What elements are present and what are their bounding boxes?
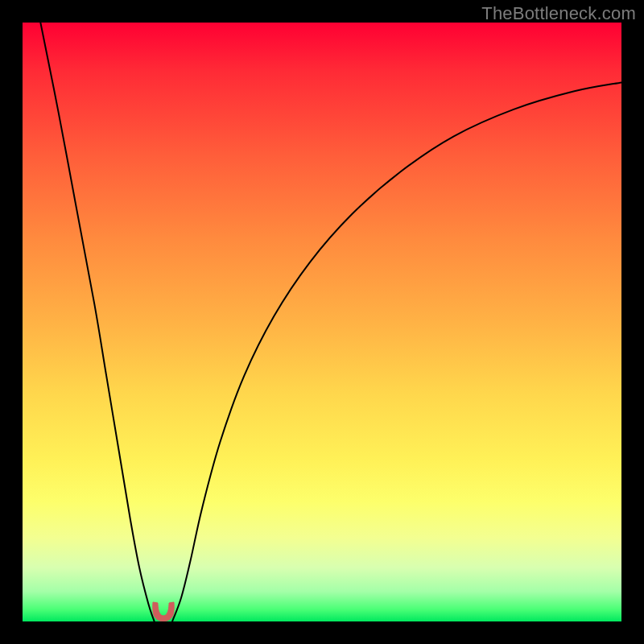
chart-canvas: TheBottleneck.com — [0, 0, 644, 644]
curve-left-branch — [40, 23, 154, 621]
curve-layer — [23, 23, 621, 621]
plot-area — [23, 23, 621, 621]
u-marker-icon — [153, 602, 175, 621]
minimum-marker — [147, 601, 180, 621]
watermark-text: TheBottleneck.com — [481, 3, 636, 24]
curve-right-branch — [172, 82, 621, 621]
